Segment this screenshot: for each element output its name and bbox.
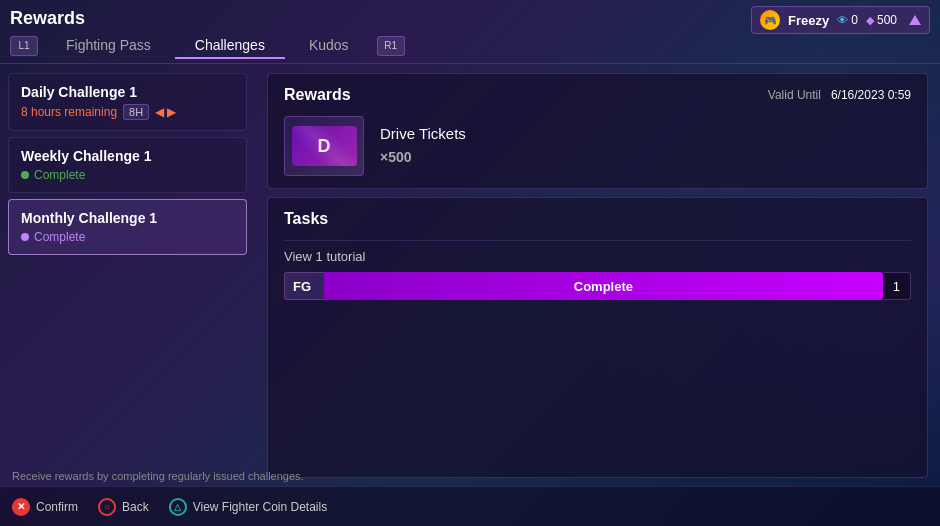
back-action[interactable]: ○ Back [98,498,149,516]
title-bar: Rewards [10,8,85,29]
bottom-description: Receive rewards by completing regularly … [12,470,304,482]
view-details-action[interactable]: △ View Fighter Coin Details [169,498,328,516]
page-title: Rewards [10,8,85,29]
tab-kudos[interactable]: Kudos [289,33,369,59]
valid-until-label: Valid Until [768,88,821,102]
reward-item: Drive Tickets ×500 [284,116,911,176]
tab-fighting-pass[interactable]: Fighting Pass [46,33,171,59]
challenge-item-daily[interactable]: Daily Challenge 1 8 hours remaining 8H ◀… [8,73,247,131]
reward-count: ×500 [380,146,466,167]
rewards-title: Rewards [284,86,351,104]
coin-value: 500 [877,13,897,27]
task-label: View 1 tutorial [284,249,911,264]
valid-date: 6/16/2023 0:59 [831,88,911,102]
rewards-header: Rewards Valid Until 6/16/2023 0:59 [284,86,911,104]
username: Freezy [788,13,829,28]
user-icon: 🎮 [760,10,780,30]
coin-stat: ◆ 500 [866,13,897,27]
tasks-panel: Tasks View 1 tutorial FG Complete 1 [267,197,928,478]
content-area: Rewards Valid Until 6/16/2023 0:59 Drive… [255,65,940,486]
reward-name: Drive Tickets [380,125,466,142]
sidebar: Daily Challenge 1 8 hours remaining 8H ◀… [0,65,255,486]
eye-stat: 👁 0 [837,13,858,27]
o-button[interactable]: ○ [98,498,116,516]
l1-button[interactable]: L1 [10,36,38,56]
challenge-weekly-title: Weekly Challenge 1 [21,148,234,164]
reward-info: Drive Tickets ×500 [380,125,466,167]
eye-value: 0 [851,13,858,27]
r1-button[interactable]: R1 [377,36,405,56]
task-bar-count: 1 [883,272,911,300]
ticket-visual [292,126,357,166]
challenge-item-monthly[interactable]: Monthly Challenge 1 Complete [8,199,247,255]
triangle-icon [909,15,921,25]
tab-challenges[interactable]: Challenges [175,33,285,59]
valid-until: Valid Until 6/16/2023 0:59 [768,88,911,102]
challenge-weekly-status: Complete [21,168,234,182]
complete-dot-purple [21,233,29,241]
task-bar-progress: Complete [324,272,883,300]
challenge-monthly-status: Complete [21,230,234,244]
main-layout: Daily Challenge 1 8 hours remaining 8H ◀… [0,65,940,486]
reward-image [284,116,364,176]
tasks-title: Tasks [284,210,328,228]
time-badge: 8H [123,104,149,120]
confirm-action[interactable]: ✕ Confirm [12,498,78,516]
triangle-button[interactable]: △ [169,498,187,516]
challenge-daily-subtitle: 8 hours remaining 8H ◀ ▶ [21,104,234,120]
task-bar: FG Complete 1 [284,272,911,300]
challenge-item-weekly[interactable]: Weekly Challenge 1 Complete [8,137,247,193]
coin-icon: ◆ [866,14,874,27]
rewards-panel: Rewards Valid Until 6/16/2023 0:59 Drive… [267,73,928,189]
tasks-header: Tasks [284,210,911,228]
back-label: Back [122,500,149,514]
challenge-daily-title: Daily Challenge 1 [21,84,234,100]
bottom-bar: ✕ Confirm ○ Back △ View Fighter Coin Det… [0,486,940,526]
confirm-label: Confirm [36,500,78,514]
nav-bar: L1 Fighting Pass Challenges Kudos R1 [0,28,940,64]
task-bar-fg: FG [284,272,324,300]
x-button[interactable]: ✕ [12,498,30,516]
view-details-label: View Fighter Coin Details [193,500,328,514]
panel-divider [284,240,911,241]
complete-dot-green [21,171,29,179]
eye-icon: 👁 [837,14,848,26]
challenge-monthly-title: Monthly Challenge 1 [21,210,234,226]
